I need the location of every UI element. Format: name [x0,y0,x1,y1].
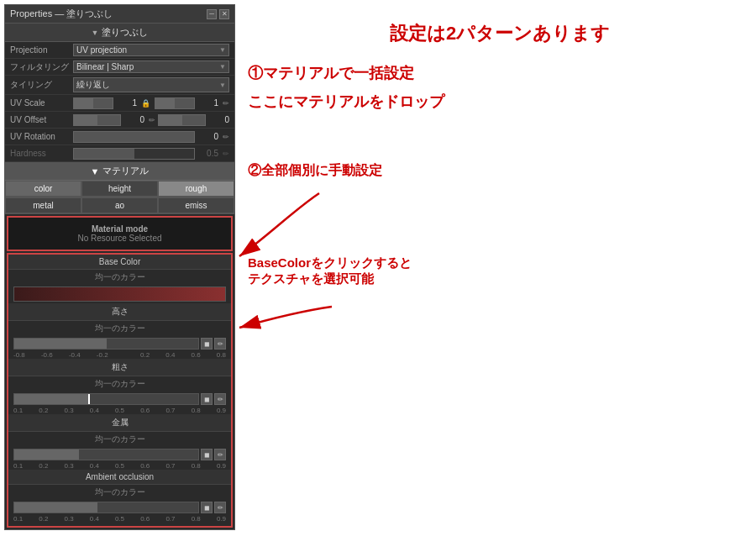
height-slider-icons: ◼ ✏ [201,338,226,350]
tiling-label: タイリング [10,79,73,91]
individual-settings-section: Base Color 均一のカラー 高さ 均一のカラー ◼ ✏ -0.8 -0.… [7,253,233,528]
annotation-bottom-line1: BaseColorをクリックすると [248,255,752,271]
panel-title: Properties — 塗りつぶし [10,8,113,20]
roughness-label: 均一のカラー [8,376,231,392]
projection-row: Projection UV projection ▼ [5,42,234,59]
height-icon-btn1[interactable]: ◼ [201,338,213,350]
hardness-row: Hardness 0.5 ✏ [5,145,234,162]
close-button[interactable]: ✕ [219,9,229,19]
material-tabs-row1: color height rough [5,181,234,197]
metal-title: 金属 [8,414,231,432]
hardness-value: 0.5 [197,149,218,158]
projection-label: Projection [10,45,73,55]
height-label: 均一のカラー [8,321,231,336]
minimize-button[interactable]: ─ [207,9,217,19]
ao-slider[interactable] [13,502,199,513]
hardness-slider[interactable] [73,148,195,160]
metal-slider-row: ◼ ✏ [8,447,231,462]
panel-titlebar: Properties — 塗りつぶし ─ ✕ [5,5,234,24]
material-section-header: ▼ マテリアル [5,162,234,181]
roughness-tick-labels: 0.1 0.2 0.3 0.4 0.5 0.6 0.7 0.8 0.9 [8,407,231,414]
roughness-icon-btn2[interactable]: ✏ [214,393,226,405]
metal-icon-btn2[interactable]: ✏ [214,449,226,460]
mat-tab-rough[interactable]: rough [158,181,234,197]
filter-dropdown-arrow-icon: ▼ [219,63,226,71]
dropdown-arrow-icon: ▼ [219,46,226,54]
paint-section-label: 塗りつぶし [102,26,148,39]
hardness-label: Hardness [10,149,71,158]
filter-dropdown[interactable]: Bilinear | Sharp ▼ [73,60,229,73]
ao-icon-btn2[interactable]: ✏ [214,502,226,513]
material-mode-title: Material mode [92,224,148,234]
metal-slider[interactable] [13,449,199,460]
metal-icon-btn1[interactable]: ◼ [201,449,213,460]
metal-tick-labels: 0.1 0.2 0.3 0.4 0.5 0.6 0.7 0.8 0.9 [8,462,231,470]
roughness-slider-row: ◼ ✏ [8,392,231,407]
annotation-block1: ①マテリアルで一括設定 ここにマテリアルをドロップ [248,63,752,112]
main-annotation-title: 設定は2パターンあります [248,21,752,46]
metal-slider-icons: ◼ ✏ [201,449,226,460]
uv-offset-value: 0 [123,115,144,124]
uv-scale-row: UV Scale 1 🔒 1 ✏ [5,95,234,112]
filter-value: Bilinear | Sharp [76,62,134,71]
uv-rotation-slider[interactable] [73,131,195,143]
roughness-icon-btn1[interactable]: ◼ [201,393,213,405]
edit-icon: ✏ [223,99,229,108]
panel-titlebar-buttons: ─ ✕ [207,9,229,19]
ao-slider-row: ◼ ✏ [8,500,231,515]
ao-tick-labels: 0.1 0.2 0.3 0.4 0.5 0.6 0.7 0.8 0.9 [8,515,231,523]
tiling-dropdown[interactable]: 繰り返し ▼ [73,77,229,92]
hardness-edit-icon: ✏ [223,150,229,158]
height-icon-btn2[interactable]: ✏ [214,338,226,350]
paint-section-header: ▼ 塗りつぶし [5,24,234,42]
uv-scale-value2: 1 [197,98,218,108]
base-color-bar[interactable] [13,287,226,302]
tiling-dropdown-arrow-icon: ▼ [219,81,226,89]
projection-value: UV projection [76,45,127,55]
roughness-title: 粗さ [8,359,231,376]
ao-label: 均一のカラー [8,485,231,500]
annotation-item1-line2: ここにマテリアルをドロップ [248,92,752,112]
uv-offset-slider[interactable] [73,114,121,126]
uv-scale-slider[interactable] [73,97,113,109]
uv-rotation-row: UV Rotation 0 ✏ [5,129,234,145]
filter-row: フィルタリング Bilinear | Sharp ▼ [5,59,234,76]
material-section-label: マテリアル [102,165,149,177]
mat-tab-color[interactable]: color [5,181,81,197]
height-title: 高さ [8,303,231,321]
mat-tab-emiss[interactable]: emiss [158,197,234,213]
filter-label: フィルタリング [10,61,73,73]
mat-tab-height[interactable]: height [81,181,158,197]
annotation-item1-line1: ①マテリアルで一括設定 [248,63,752,83]
material-tabs-row2: metal ao emiss [5,197,234,214]
uv-scale-label: UV Scale [10,98,71,108]
uv-scale-slider2[interactable] [155,97,195,109]
tiling-value: 繰り返し [76,79,110,91]
annotation-item2: ②全部個別に手動設定 [248,162,752,180]
uv-offset-edit-icon: ✏ [149,116,155,124]
uv-offset-value2: 0 [208,115,229,124]
mat-tab-ao[interactable]: ao [81,197,158,213]
ao-slider-icons: ◼ ✏ [201,502,226,513]
annotation-block-bottom: BaseColorをクリックすると テクスチャを選択可能 [248,255,752,287]
material-arrow-icon: ▼ [91,166,100,176]
mat-tab-metal[interactable]: metal [5,197,81,213]
section-arrow-icon: ▼ [92,29,99,37]
height-tick-labels: -0.8 -0.6 -0.4 -0.2 0.2 0.4 0.6 0.8 [8,351,231,359]
annotation-block2: ②全部個別に手動設定 [248,162,752,180]
base-color-label[interactable]: 均一のカラー [8,270,231,285]
projection-dropdown[interactable]: UV projection ▼ [73,44,229,56]
height-slider[interactable] [13,338,199,350]
roughness-slider-icons: ◼ ✏ [201,393,226,405]
uv-rotation-label: UV Rotation [10,132,71,141]
uv-offset-slider2[interactable] [158,114,206,126]
roughness-slider[interactable] [13,393,199,405]
material-mode-subtitle: No Resource Selected [77,234,161,243]
tiling-row: タイリング 繰り返し ▼ [5,76,234,95]
lock-icon: 🔒 [141,99,150,108]
uv-offset-label: UV Offset [10,115,71,124]
annotation-bottom-line2: テクスチャを選択可能 [248,271,752,287]
height-slider-row: ◼ ✏ [8,336,231,351]
ao-icon-btn1[interactable]: ◼ [201,502,213,513]
uv-rotation-edit-icon: ✏ [223,133,229,141]
